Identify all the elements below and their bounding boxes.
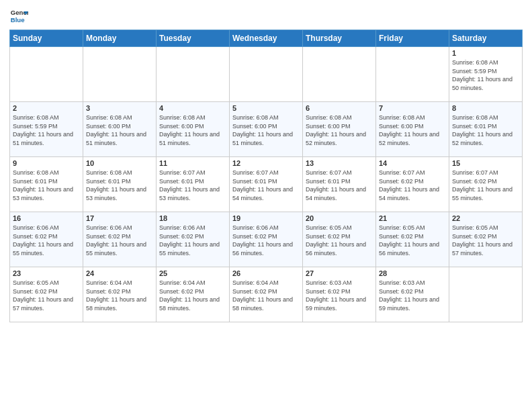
calendar-header-row: SundayMondayTuesdayWednesdayThursdayFrid… xyxy=(10,30,523,47)
day-info: Sunrise: 6:06 AM Sunset: 6:02 PM Dayligh… xyxy=(86,224,153,257)
calendar-cell: 2Sunrise: 6:08 AM Sunset: 5:59 PM Daylig… xyxy=(10,102,83,157)
calendar-week-1: 1Sunrise: 6:08 AM Sunset: 5:59 PM Daylig… xyxy=(10,47,523,102)
col-header-monday: Monday xyxy=(83,30,157,47)
day-info: Sunrise: 6:08 AM Sunset: 6:00 PM Dayligh… xyxy=(306,113,373,147)
day-number: 8 xyxy=(452,104,519,112)
day-info: Sunrise: 6:07 AM Sunset: 6:01 PM Dayligh… xyxy=(232,169,300,202)
day-number: 13 xyxy=(306,159,373,167)
calendar-cell: 16Sunrise: 6:06 AM Sunset: 6:02 PM Dayli… xyxy=(10,212,83,267)
calendar-cell: 13Sunrise: 6:07 AM Sunset: 6:01 PM Dayli… xyxy=(303,157,376,212)
day-info: Sunrise: 6:03 AM Sunset: 6:02 PM Dayligh… xyxy=(379,279,446,312)
day-info: Sunrise: 6:04 AM Sunset: 6:02 PM Dayligh… xyxy=(86,279,153,312)
calendar-cell: 11Sunrise: 6:07 AM Sunset: 6:01 PM Dayli… xyxy=(157,157,230,212)
day-number: 21 xyxy=(379,214,446,222)
day-number: 17 xyxy=(86,214,153,222)
day-number: 1 xyxy=(452,49,519,57)
day-info: Sunrise: 6:05 AM Sunset: 6:02 PM Dayligh… xyxy=(306,224,373,257)
calendar-week-5: 23Sunrise: 6:05 AM Sunset: 6:02 PM Dayli… xyxy=(10,267,523,322)
day-number: 6 xyxy=(306,104,373,112)
day-info: Sunrise: 6:07 AM Sunset: 6:01 PM Dayligh… xyxy=(159,169,226,202)
calendar-week-3: 9Sunrise: 6:08 AM Sunset: 6:01 PM Daylig… xyxy=(10,157,523,212)
day-info: Sunrise: 6:08 AM Sunset: 6:00 PM Dayligh… xyxy=(86,113,153,147)
calendar-cell: 15Sunrise: 6:07 AM Sunset: 6:02 PM Dayli… xyxy=(449,157,523,212)
day-info: Sunrise: 6:08 AM Sunset: 6:00 PM Dayligh… xyxy=(379,113,446,147)
day-info: Sunrise: 6:04 AM Sunset: 6:02 PM Dayligh… xyxy=(159,279,226,312)
logo: General Blue xyxy=(9,7,28,26)
day-info: Sunrise: 6:06 AM Sunset: 6:02 PM Dayligh… xyxy=(13,224,80,257)
day-number: 24 xyxy=(86,269,153,277)
calendar-cell: 4Sunrise: 6:08 AM Sunset: 6:00 PM Daylig… xyxy=(157,102,230,157)
calendar-cell xyxy=(230,47,303,102)
day-info: Sunrise: 6:04 AM Sunset: 6:02 PM Dayligh… xyxy=(232,279,300,312)
day-info: Sunrise: 6:03 AM Sunset: 6:02 PM Dayligh… xyxy=(306,279,373,312)
day-info: Sunrise: 6:05 AM Sunset: 6:02 PM Dayligh… xyxy=(13,279,80,312)
calendar-cell: 18Sunrise: 6:06 AM Sunset: 6:02 PM Dayli… xyxy=(157,212,230,267)
day-number: 23 xyxy=(13,269,80,277)
calendar-cell xyxy=(449,267,523,322)
day-number: 19 xyxy=(232,214,300,222)
calendar-cell: 28Sunrise: 6:03 AM Sunset: 6:02 PM Dayli… xyxy=(376,267,449,322)
day-number: 11 xyxy=(159,159,226,167)
col-header-sunday: Sunday xyxy=(10,30,83,47)
day-info: Sunrise: 6:05 AM Sunset: 6:02 PM Dayligh… xyxy=(379,224,446,257)
col-header-thursday: Thursday xyxy=(303,30,376,47)
day-number: 28 xyxy=(379,269,446,277)
day-number: 20 xyxy=(306,214,373,222)
calendar-cell: 22Sunrise: 6:05 AM Sunset: 6:02 PM Dayli… xyxy=(449,212,523,267)
day-info: Sunrise: 6:08 AM Sunset: 6:00 PM Dayligh… xyxy=(232,113,300,147)
calendar-cell xyxy=(10,47,83,102)
day-info: Sunrise: 6:08 AM Sunset: 6:01 PM Dayligh… xyxy=(452,113,519,147)
day-number: 27 xyxy=(306,269,373,277)
day-number: 4 xyxy=(159,104,226,112)
day-info: Sunrise: 6:06 AM Sunset: 6:02 PM Dayligh… xyxy=(232,224,300,257)
svg-text:Blue: Blue xyxy=(11,16,25,24)
calendar-cell: 26Sunrise: 6:04 AM Sunset: 6:02 PM Dayli… xyxy=(230,267,303,322)
calendar-cell: 14Sunrise: 6:07 AM Sunset: 6:02 PM Dayli… xyxy=(376,157,449,212)
logo-icon: General Blue xyxy=(9,7,28,26)
calendar-cell: 5Sunrise: 6:08 AM Sunset: 6:00 PM Daylig… xyxy=(230,102,303,157)
day-number: 9 xyxy=(13,159,80,167)
calendar-cell: 25Sunrise: 6:04 AM Sunset: 6:02 PM Dayli… xyxy=(157,267,230,322)
calendar-cell: 21Sunrise: 6:05 AM Sunset: 6:02 PM Dayli… xyxy=(376,212,449,267)
col-header-saturday: Saturday xyxy=(449,30,523,47)
calendar-cell: 10Sunrise: 6:08 AM Sunset: 6:01 PM Dayli… xyxy=(83,157,157,212)
calendar-cell: 7Sunrise: 6:08 AM Sunset: 6:00 PM Daylig… xyxy=(376,102,449,157)
day-number: 14 xyxy=(379,159,446,167)
calendar-table: SundayMondayTuesdayWednesdayThursdayFrid… xyxy=(9,30,523,322)
calendar-week-4: 16Sunrise: 6:06 AM Sunset: 6:02 PM Dayli… xyxy=(10,212,523,267)
calendar-cell: 27Sunrise: 6:03 AM Sunset: 6:02 PM Dayli… xyxy=(303,267,376,322)
calendar-cell: 23Sunrise: 6:05 AM Sunset: 6:02 PM Dayli… xyxy=(10,267,83,322)
col-header-tuesday: Tuesday xyxy=(157,30,230,47)
day-number: 3 xyxy=(86,104,153,112)
calendar-cell: 24Sunrise: 6:04 AM Sunset: 6:02 PM Dayli… xyxy=(83,267,157,322)
calendar-cell: 17Sunrise: 6:06 AM Sunset: 6:02 PM Dayli… xyxy=(83,212,157,267)
calendar-cell: 19Sunrise: 6:06 AM Sunset: 6:02 PM Dayli… xyxy=(230,212,303,267)
calendar-cell: 6Sunrise: 6:08 AM Sunset: 6:00 PM Daylig… xyxy=(303,102,376,157)
calendar-cell xyxy=(303,47,376,102)
header: General Blue xyxy=(9,7,523,26)
day-info: Sunrise: 6:07 AM Sunset: 6:02 PM Dayligh… xyxy=(452,169,519,202)
day-info: Sunrise: 6:06 AM Sunset: 6:02 PM Dayligh… xyxy=(159,224,226,257)
calendar-cell xyxy=(376,47,449,102)
day-info: Sunrise: 6:07 AM Sunset: 6:01 PM Dayligh… xyxy=(306,169,373,202)
calendar-cell: 9Sunrise: 6:08 AM Sunset: 6:01 PM Daylig… xyxy=(10,157,83,212)
day-number: 25 xyxy=(159,269,226,277)
day-number: 5 xyxy=(232,104,300,112)
calendar-cell: 3Sunrise: 6:08 AM Sunset: 6:00 PM Daylig… xyxy=(83,102,157,157)
day-number: 15 xyxy=(452,159,519,167)
page: General Blue SundayMondayTuesdayWednesda… xyxy=(0,0,532,411)
day-number: 22 xyxy=(452,214,519,222)
day-info: Sunrise: 6:08 AM Sunset: 6:01 PM Dayligh… xyxy=(86,169,153,202)
day-info: Sunrise: 6:08 AM Sunset: 6:01 PM Dayligh… xyxy=(13,169,80,202)
calendar-cell: 20Sunrise: 6:05 AM Sunset: 6:02 PM Dayli… xyxy=(303,212,376,267)
calendar-cell: 1Sunrise: 6:08 AM Sunset: 5:59 PM Daylig… xyxy=(449,47,523,102)
calendar-cell xyxy=(83,47,157,102)
day-info: Sunrise: 6:07 AM Sunset: 6:02 PM Dayligh… xyxy=(379,169,446,202)
col-header-wednesday: Wednesday xyxy=(230,30,303,47)
day-info: Sunrise: 6:05 AM Sunset: 6:02 PM Dayligh… xyxy=(452,224,519,257)
calendar-week-2: 2Sunrise: 6:08 AM Sunset: 5:59 PM Daylig… xyxy=(10,102,523,157)
day-number: 10 xyxy=(86,159,153,167)
day-number: 12 xyxy=(232,159,300,167)
day-number: 16 xyxy=(13,214,80,222)
calendar-cell: 8Sunrise: 6:08 AM Sunset: 6:01 PM Daylig… xyxy=(449,102,523,157)
